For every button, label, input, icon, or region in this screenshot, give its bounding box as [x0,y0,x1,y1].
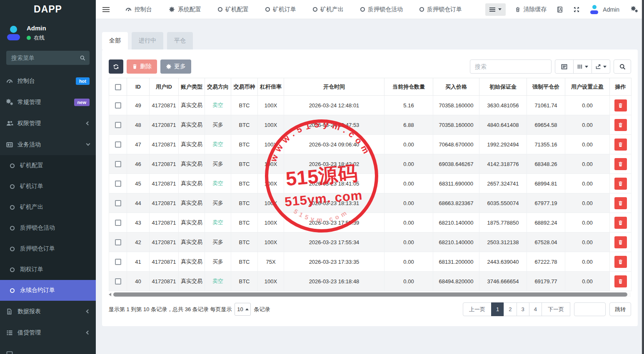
export-button[interactable] [592,59,610,74]
next-page-button[interactable]: 下一页 [542,302,570,316]
cell-time: 2026-03-24 09:06:40 [284,135,384,154]
fullscreen-icon[interactable] [573,6,580,13]
sidebar-item-lending[interactable]: 借贷管理 [0,322,96,343]
scroll-left-arrow-icon[interactable] [109,293,111,296]
page-button-4[interactable]: 4 [529,302,542,316]
nav-item-miner-config[interactable]: 矿机配置 [210,0,257,19]
cell-time: 2026-03-23 17:33:35 [284,252,384,272]
row-checkbox[interactable] [115,161,121,167]
sidebar-item-reports[interactable]: 数据报表 [0,301,96,322]
sidebar-item-label: 常规管理 [17,99,41,106]
row-checkbox[interactable] [115,122,121,128]
row-delete-button[interactable] [614,139,627,151]
row-checkbox[interactable] [115,181,121,187]
row-delete-button[interactable] [614,158,627,170]
cell-leverage: 100X [258,213,284,233]
sidebar-item-label: 业务活动 [17,141,41,149]
row-checkbox[interactable] [115,220,121,226]
row-delete-button[interactable] [614,197,627,209]
row-checkbox[interactable] [115,239,121,245]
search-button[interactable] [614,59,631,74]
cell-direction: 卖空 [205,213,231,233]
detail-view-button[interactable] [555,59,574,74]
scrollbar-thumb[interactable] [113,292,627,297]
sidebar-item-stake-orders[interactable]: 质押锁仓订单 [0,238,96,259]
row-delete-button[interactable] [614,99,627,111]
cell-leverage: 100X [258,193,284,213]
nav-item-stake-orders[interactable]: 质押锁仓订单 [411,0,470,19]
cell-uid: 41720871 [150,135,179,154]
docs-icon[interactable] [557,6,563,13]
sidebar-submenu: 矿机配置 矿机订单 矿机产出 质押锁仓活动 质押锁仓订单 期权订单 永续合约订单 [0,155,96,301]
summary-prefix: 显示第 1 到第 10 条记录，总共 36 条记录 每页显示 [109,306,232,313]
cell-op [610,252,632,272]
row-checkbox[interactable] [115,278,121,285]
row-checkbox[interactable] [115,200,121,206]
row-delete-button[interactable] [614,119,627,131]
row-checkbox[interactable] [115,102,121,109]
row-delete-button[interactable] [614,256,627,268]
orders-table: ID 用户ID 账户类型 交易方向 交易币种 杠杆倍率 开仓时间 当前持仓数量 … [109,78,632,291]
sidebar-item-miner-output[interactable]: 矿机产出 [0,197,96,218]
hamburger-icon[interactable] [102,6,110,13]
sidebar-item-partial[interactable] [0,343,96,354]
cell-uid: 41720871 [150,115,179,135]
row-checkbox[interactable] [115,259,121,265]
page-button-3[interactable]: 3 [517,302,529,316]
more-button[interactable]: 更多 [160,59,191,74]
sidebar-item-permissions[interactable]: 权限管理 [0,113,96,134]
page-size-select[interactable]: 10 [235,303,251,316]
table-row: 47 41720871 真实交易 卖空 BTC 100X 2026-03-24 … [109,135,632,154]
row-checkbox[interactable] [115,141,121,148]
sidebar-item-stake-activity[interactable]: 质押锁仓活动 [0,218,96,238]
nav-item-stake-activity[interactable]: 质押锁仓活动 [352,0,411,19]
sidebar-item-option-orders[interactable]: 期权订单 [0,259,96,280]
refresh-button[interactable] [109,59,123,74]
cell-amount: 0.00 [384,272,433,291]
nav-menu-dropdown[interactable] [485,3,506,16]
nav-item-miner-orders[interactable]: 矿机订单 [257,0,305,19]
list-icon [6,329,17,336]
sidebar-item-perpetual-orders[interactable]: 永续合约订单 [0,280,96,301]
sidebar-item-miner-orders[interactable]: 矿机订单 [0,176,96,197]
prev-page-button[interactable]: 上一页 [463,302,492,316]
cell-force-price: 67977.19 [527,193,565,213]
tab-ongoing[interactable]: 进行中 [132,32,163,50]
tab-all[interactable]: 全部 [102,32,128,50]
page-button-2[interactable]: 2 [504,302,517,316]
horizontal-scrollbar[interactable] [109,292,631,297]
nav-item-miner-output[interactable]: 矿机产出 [305,0,352,19]
table-search-input[interactable] [470,59,552,74]
search-icon[interactable] [75,55,90,61]
sidebar-item-label: 期权订单 [20,266,43,273]
jump-page-input[interactable] [574,302,606,316]
jump-button[interactable]: 跳转 [609,302,631,316]
gear-icon [169,6,175,12]
cell-force-price: 69654.58 [527,115,565,135]
row-checkbox-cell [109,154,127,174]
sidebar-search-input[interactable] [6,54,75,61]
settings-cogs-icon[interactable] [631,6,638,13]
cell-tp: 0.00 [565,115,610,135]
nav-user[interactable]: Admin [590,5,619,14]
window-scrollbar[interactable] [642,0,644,354]
nav-item-system-config[interactable]: 系统配置 [160,0,210,19]
sidebar-item-general[interactable]: 常规管理 new [0,92,96,113]
row-delete-button[interactable] [614,275,627,287]
nav-user-label: Admin [603,6,619,13]
sidebar-item-dashboard[interactable]: 控制台 hot [0,70,96,92]
row-delete-button[interactable] [614,178,627,190]
nav-item-dashboard[interactable]: 控制台 [117,0,160,19]
cell-direction: 卖空 [205,96,231,115]
sidebar-item-miner-config[interactable]: 矿机配置 [0,155,96,176]
delete-button[interactable]: 删除 [127,59,157,74]
tab-closed[interactable]: 平仓 [167,32,193,50]
row-delete-button[interactable] [614,236,627,248]
clear-cache-button[interactable]: 清除缓存 [515,6,547,13]
columns-button[interactable] [573,59,592,74]
select-all-checkbox[interactable] [115,84,121,90]
row-delete-button[interactable] [614,217,627,229]
cell-id: 49 [127,96,150,115]
sidebar-item-business[interactable]: 业务活动 [0,134,96,155]
page-button-1[interactable]: 1 [491,302,504,316]
